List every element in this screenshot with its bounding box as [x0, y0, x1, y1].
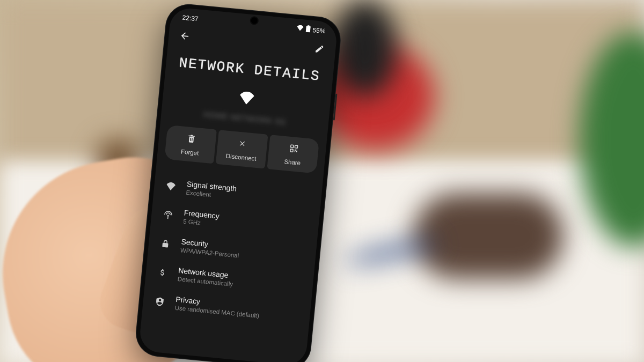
wifi-icon — [165, 181, 177, 190]
forget-label: Forget — [181, 148, 199, 156]
share-label: Share — [284, 158, 301, 166]
background-pens — [333, 0, 397, 97]
lock-icon — [159, 238, 172, 249]
share-button[interactable]: Share — [267, 135, 319, 174]
edit-button[interactable] — [312, 42, 326, 56]
battery-percent: 55% — [312, 26, 326, 35]
disconnect-button[interactable]: Disconnect — [216, 130, 268, 169]
forget-button[interactable]: Forget — [164, 125, 217, 164]
privacy-icon — [153, 296, 166, 307]
dollar-icon — [156, 267, 169, 278]
svg-rect-3 — [294, 150, 295, 151]
trash-icon — [186, 134, 196, 146]
qr-icon — [289, 144, 299, 156]
svg-rect-2 — [290, 149, 292, 152]
wifi-status-icon — [296, 25, 304, 33]
frequency-icon — [162, 210, 175, 220]
svg-rect-1 — [295, 145, 297, 148]
close-icon — [237, 139, 247, 151]
battery-status-icon — [305, 25, 311, 34]
svg-rect-6 — [296, 150, 297, 151]
status-time: 22:37 — [182, 14, 199, 23]
back-button[interactable] — [178, 29, 192, 43]
svg-rect-4 — [296, 151, 297, 152]
disconnect-label: Disconnect — [225, 153, 257, 162]
background-sunglasses — [413, 193, 564, 279]
phone-frame: 22:37 55% NETWO — [134, 2, 343, 362]
svg-rect-5 — [294, 151, 295, 152]
screen: 22:37 55% NETWO — [138, 7, 338, 362]
svg-rect-0 — [290, 145, 293, 147]
